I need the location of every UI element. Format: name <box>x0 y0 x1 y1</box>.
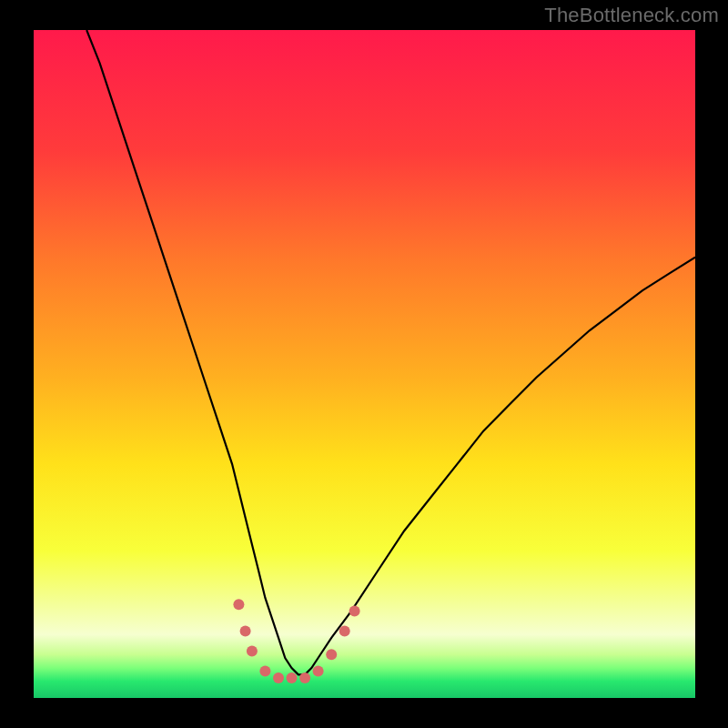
chart-svg <box>34 30 695 698</box>
gradient-background <box>34 30 695 698</box>
chart-frame: TheBottleneck.com <box>0 0 728 728</box>
marker-dot <box>259 666 270 677</box>
marker-dot <box>233 599 244 610</box>
watermark-text: TheBottleneck.com <box>544 4 719 27</box>
marker-dot <box>240 626 251 637</box>
marker-dot <box>349 606 360 617</box>
marker-dot <box>313 666 324 677</box>
marker-dot <box>287 672 298 683</box>
marker-dot <box>299 672 310 683</box>
marker-dot <box>247 646 258 657</box>
plot-area <box>34 30 695 698</box>
marker-dot <box>339 626 350 637</box>
marker-dot <box>273 672 284 683</box>
marker-dot <box>326 649 337 660</box>
